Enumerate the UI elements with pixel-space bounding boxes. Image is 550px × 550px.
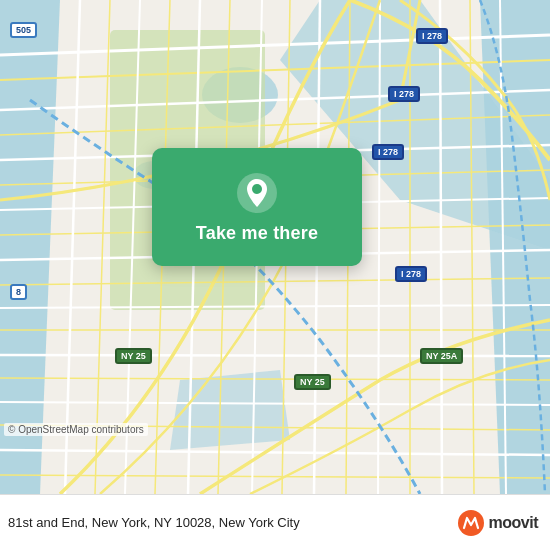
location-pin-icon xyxy=(235,171,279,215)
svg-line-16 xyxy=(0,355,550,356)
road-badge-ny25a: NY 25A xyxy=(420,348,463,364)
road-badge-ny25-2: NY 25 xyxy=(294,374,331,390)
road-badge-ny25-1: NY 25 xyxy=(115,348,152,364)
road-badge-i278-4: I 278 xyxy=(395,266,427,282)
map-container: 505 I 278 I 278 I 278 I 278 8 NY 25 NY 2… xyxy=(0,0,550,494)
road-badge-i278-3: I 278 xyxy=(372,144,404,160)
road-badge-i278-1: I 278 xyxy=(416,28,448,44)
moovit-logo: moovit xyxy=(457,509,538,537)
road-badge-8: 8 xyxy=(10,284,27,300)
map-attribution: © OpenStreetMap contributors xyxy=(4,423,148,436)
take-me-there-label: Take me there xyxy=(196,223,318,244)
moovit-brand-icon xyxy=(457,509,485,537)
take-me-there-card[interactable]: Take me there xyxy=(152,148,362,266)
location-text: 81st and End, New York, NY 10028, New Yo… xyxy=(8,515,300,530)
road-badge-i278-2: I 278 xyxy=(388,86,420,102)
road-badge-505: 505 xyxy=(10,22,37,38)
bottom-bar: 81st and End, New York, NY 10028, New Yo… xyxy=(0,494,550,550)
svg-point-38 xyxy=(252,184,262,194)
moovit-text: moovit xyxy=(489,514,538,532)
